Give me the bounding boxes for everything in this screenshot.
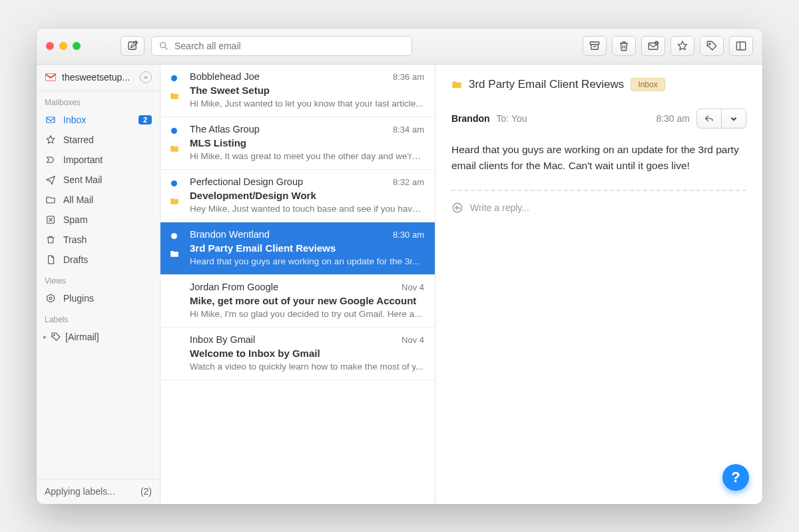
reply-icon	[704, 114, 714, 123]
unread-dot-icon	[171, 75, 177, 81]
sidebar-item-trash[interactable]: Trash	[37, 230, 160, 250]
minimize-window-button[interactable]	[59, 42, 67, 50]
from-name: Brandon	[451, 113, 490, 124]
message-time: Nov 4	[401, 335, 424, 345]
folder-icon	[170, 196, 179, 207]
message-subject: Development/Design Work	[190, 190, 424, 201]
message-snippet: Hi Mike, It was great to meet you the ot…	[190, 151, 424, 161]
sidebar-item-drafts[interactable]: Drafts	[37, 250, 160, 270]
sidebar-item-label: All Mail	[63, 194, 152, 205]
unread-dot-icon	[171, 233, 177, 239]
message-row[interactable]: The Atlas Group8:34 amMLS ListingHi Mike…	[160, 117, 435, 170]
message-time: 8:30 am	[656, 113, 690, 124]
reply-area[interactable]: Write a reply...	[451, 190, 746, 214]
sidebar-item-allmail[interactable]: All Mail	[37, 190, 160, 210]
unread-dot-icon	[171, 128, 177, 134]
to-label: To: You	[497, 113, 527, 124]
svg-rect-7	[649, 43, 658, 50]
reply-button[interactable]	[697, 109, 722, 128]
close-window-button[interactable]	[46, 42, 54, 50]
account-name: thesweetsetup...	[62, 72, 134, 83]
message-sender: Brandon Wentland	[190, 229, 270, 240]
inbox-icon	[45, 115, 57, 125]
search-field[interactable]	[151, 36, 412, 56]
layout-icon	[735, 40, 747, 52]
message-time: 8:36 am	[393, 72, 424, 82]
delete-button[interactable]	[612, 36, 636, 56]
main-body: thesweetsetup... Mailboxes Inbox 2 Starr…	[37, 65, 762, 504]
trash-icon	[618, 40, 630, 52]
sidebar-footer: Applying labels... (2)	[37, 479, 160, 504]
sidebar-item-inbox[interactable]: Inbox 2	[37, 110, 160, 130]
spam-icon	[45, 214, 57, 225]
message-sender: Inbox By Gmail	[190, 334, 255, 345]
message-subject: The Sweet Setup	[190, 85, 424, 96]
toolbar-actions	[583, 36, 753, 56]
folder-icon	[170, 91, 179, 102]
message-sender: Jordan From Google	[190, 282, 278, 292]
message-row[interactable]: Jordan From GoogleNov 4Mike, get more ou…	[160, 275, 435, 328]
folder-chip[interactable]: Inbox	[631, 78, 665, 91]
message-snippet: Hey Mike, Just wanted to touch base and …	[190, 204, 424, 214]
message-subject: 3rd Party Email Client Reviews	[190, 242, 424, 254]
svg-rect-10	[736, 42, 746, 50]
svg-rect-12	[47, 117, 55, 123]
folder-icon	[451, 80, 462, 89]
search-input[interactable]	[174, 41, 405, 51]
message-meta: Brandon To: You 8:30 am	[451, 109, 746, 129]
sidebar-item-label: Inbox	[63, 115, 132, 125]
message-body: Heard that you guys are working on an up…	[451, 142, 746, 174]
message-row[interactable]: Brandon Wentland8:30 am3rd Party Email C…	[160, 222, 435, 275]
sidebar-item-label: Trash	[63, 234, 152, 245]
sidebar-item-plugins[interactable]: Plugins	[37, 288, 160, 308]
message-list[interactable]: Bobblehead Joe8:36 amThe Sweet SetupHi M…	[160, 65, 435, 504]
sidebar-item-starred[interactable]: Starred	[37, 130, 160, 150]
tag-icon	[51, 332, 61, 342]
message-snippet: Heard that you guys are working on an up…	[190, 256, 424, 266]
status-text: Applying labels...	[45, 486, 115, 497]
mark-read-button[interactable]	[641, 36, 665, 56]
sidebar-item-label: Spam	[63, 214, 152, 225]
sidebar-item-sent[interactable]: Sent Mail	[37, 170, 160, 190]
compose-icon	[127, 40, 138, 52]
maximize-window-button[interactable]	[73, 42, 81, 50]
account-selector[interactable]: thesweetsetup...	[37, 65, 160, 91]
reply-icon	[451, 202, 463, 214]
plugin-icon	[45, 293, 57, 304]
reader-header: 3rd Party Email Client Reviews Inbox	[451, 78, 746, 91]
sidebar: thesweetsetup... Mailboxes Inbox 2 Starr…	[37, 65, 160, 504]
message-subject: Welcome to Inbox by Gmail	[190, 348, 424, 359]
section-mailboxes: Mailboxes	[37, 91, 160, 110]
message-time: 8:32 am	[393, 177, 424, 187]
svg-point-9	[709, 43, 710, 45]
important-icon	[45, 154, 57, 165]
star-button[interactable]	[670, 36, 694, 56]
status-count: (2)	[140, 486, 152, 497]
toolbar	[37, 29, 762, 65]
tag-icon	[706, 40, 718, 52]
layout-toggle-button[interactable]	[729, 36, 753, 56]
compose-button[interactable]	[121, 36, 144, 56]
message-row[interactable]: Bobblehead Joe8:36 amThe Sweet SetupHi M…	[160, 65, 435, 117]
message-time: 8:34 am	[393, 125, 424, 134]
sidebar-item-important[interactable]: Important	[37, 150, 160, 170]
section-views: Views	[37, 270, 160, 288]
help-button[interactable]: ?	[722, 464, 749, 491]
sidebar-label-airmail[interactable]: ▸ [Airmail]	[37, 327, 160, 347]
message-snippet: Hi Mike, Just wanted to let you know tha…	[190, 99, 424, 109]
sidebar-item-spam[interactable]: Spam	[37, 210, 160, 230]
reply-menu-button[interactable]	[722, 109, 746, 128]
app-window: thesweetsetup... Mailboxes Inbox 2 Starr…	[37, 29, 762, 504]
message-row[interactable]: Perfectional Design Group8:32 amDevelopm…	[160, 170, 435, 222]
gmail-icon	[45, 73, 57, 82]
folder-icon	[170, 144, 179, 154]
message-row[interactable]: Inbox By GmailNov 4Welcome to Inbox by G…	[160, 328, 435, 380]
tag-button[interactable]	[700, 36, 724, 56]
search-icon	[158, 41, 169, 51]
disclosure-icon: ▸	[43, 333, 47, 340]
reply-split-button	[696, 109, 746, 129]
mail-check-icon	[647, 40, 659, 52]
sidebar-item-label: Drafts	[63, 254, 152, 265]
message-time: 8:30 am	[393, 230, 424, 240]
archive-button[interactable]	[583, 36, 607, 56]
